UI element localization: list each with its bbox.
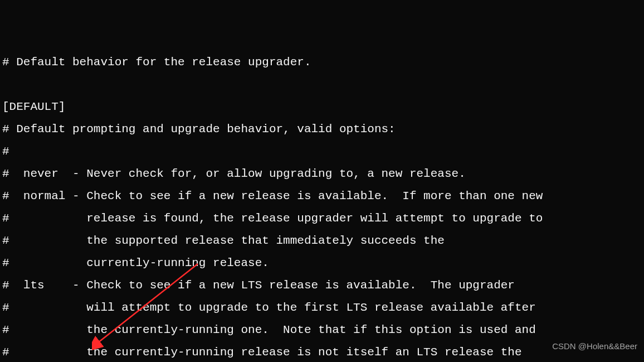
config-line-0: # Default behavior for the release upgra… (2, 51, 644, 74)
terminal-viewport[interactable]: # Default behavior for the release upgra… (0, 0, 644, 362)
config-line-11: # will attempt to upgrade to the first L… (2, 297, 644, 319)
config-line-2: [DEFAULT] (2, 96, 644, 118)
config-line-10: # lts - Check to see if a new LTS releas… (2, 274, 644, 297)
config-line-1 (2, 74, 644, 96)
config-line-7: # release is found, the release upgrader… (2, 207, 644, 230)
config-file-content: # Default behavior for the release upgra… (2, 51, 644, 362)
config-line-4: # (2, 141, 644, 163)
config-line-6: # normal - Check to see if a new release… (2, 185, 644, 207)
config-line-12: # the currently-running one. Note that i… (2, 319, 644, 341)
config-line-8: # the supported release that immediately… (2, 230, 644, 252)
config-line-5: # never - Never check for, or allow upgr… (2, 163, 644, 185)
config-line-13: # the currently-running release is not i… (2, 341, 644, 362)
config-line-3: # Default prompting and upgrade behavior… (2, 118, 644, 141)
config-line-9: # currently-running release. (2, 252, 644, 274)
